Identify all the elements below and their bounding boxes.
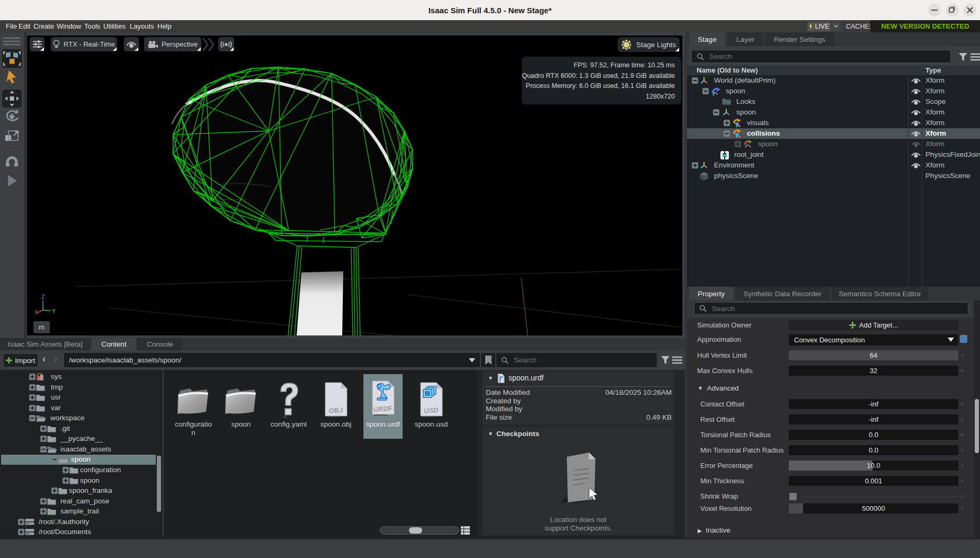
svg-text:USD: USD: [424, 406, 439, 415]
svg-text:X: X: [34, 309, 39, 315]
svg-text:Y: Y: [52, 308, 56, 314]
svg-text:Z: Z: [41, 294, 45, 300]
svg-text:OBJ: OBJ: [328, 406, 343, 415]
svg-text:URDF: URDF: [373, 404, 393, 413]
